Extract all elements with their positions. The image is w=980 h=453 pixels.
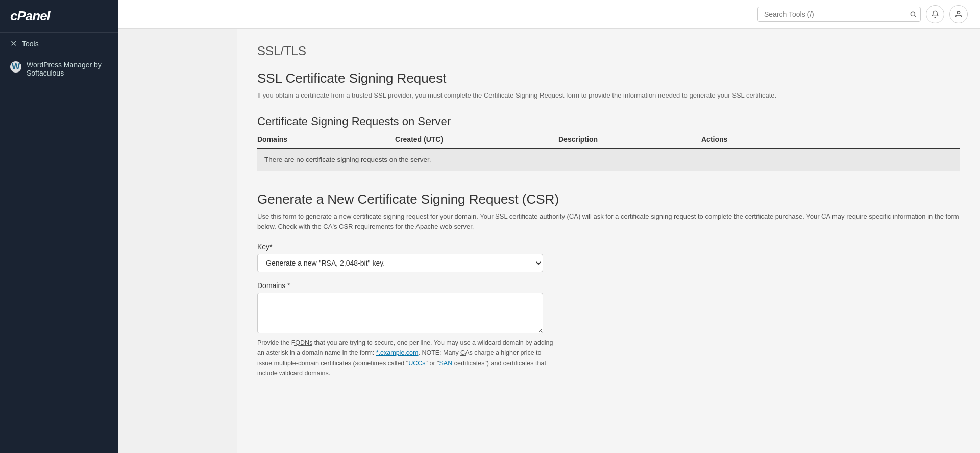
logo-area: cPanel bbox=[0, 0, 118, 33]
wordpress-icon: W bbox=[10, 61, 21, 73]
sidebar-item-tools-label: Tools bbox=[22, 40, 39, 48]
col-domains: Domains bbox=[257, 135, 395, 144]
search-wrapper bbox=[757, 7, 921, 22]
san-link[interactable]: SAN bbox=[439, 360, 453, 367]
cpanel-logo: cPanel bbox=[10, 8, 108, 24]
user-icon bbox=[954, 10, 963, 18]
sidebar: cPanel ✕ Tools W WordPress Manager by So… bbox=[0, 0, 118, 453]
table-header: Domains Created (UTC) Description Action… bbox=[257, 135, 960, 149]
domains-label: Domains * bbox=[257, 281, 960, 290]
sidebar-item-wordpress-label: WordPress Manager by Softaculous bbox=[27, 61, 108, 77]
user-menu-button[interactable] bbox=[949, 5, 968, 23]
cas-abbr: CAs bbox=[460, 349, 473, 356]
svg-point-2 bbox=[957, 11, 960, 14]
key-select[interactable]: Generate a new "RSA, 2,048-bit" key. Gen… bbox=[257, 254, 543, 272]
sidebar-item-wordpress-manager[interactable]: W WordPress Manager by Softaculous bbox=[0, 55, 118, 83]
csr-subtitle: If you obtain a certificate from a trust… bbox=[257, 90, 960, 101]
uccs-link[interactable]: UCCs bbox=[408, 360, 425, 367]
key-label: Key* bbox=[257, 243, 960, 251]
page-title: SSL/TLS bbox=[257, 44, 960, 58]
sidebar-item-tools[interactable]: ✕ Tools bbox=[0, 33, 118, 55]
main-content: SSL/TLS SSL Certificate Signing Request … bbox=[237, 29, 980, 453]
fqdns-abbr: FQDNs bbox=[291, 339, 313, 346]
search-input[interactable] bbox=[757, 7, 921, 22]
table-heading: Certificate Signing Requests on Server bbox=[257, 115, 960, 128]
csr-heading: SSL Certificate Signing Request bbox=[257, 70, 960, 86]
bell-icon bbox=[931, 10, 939, 18]
domains-hint: Provide the FQDNs that you are trying to… bbox=[257, 338, 553, 378]
domains-textarea[interactable] bbox=[257, 293, 543, 333]
table-empty-message: There are no certificate signing request… bbox=[257, 149, 960, 171]
csr-section: SSL Certificate Signing Request If you o… bbox=[257, 70, 960, 171]
tools-icon: ✕ bbox=[10, 39, 17, 49]
generate-description: Use this form to generate a new certific… bbox=[257, 211, 960, 233]
svg-line-1 bbox=[915, 15, 916, 17]
generate-section: Generate a New Certificate Signing Reque… bbox=[257, 192, 960, 379]
col-description: Description bbox=[558, 135, 701, 144]
notifications-button[interactable] bbox=[926, 5, 944, 23]
col-created: Created (UTC) bbox=[395, 135, 558, 144]
generate-heading: Generate a New Certificate Signing Reque… bbox=[257, 192, 960, 207]
search-button[interactable] bbox=[910, 11, 917, 18]
search-icon bbox=[910, 11, 917, 18]
header bbox=[118, 0, 980, 29]
key-form-group: Key* Generate a new "RSA, 2,048-bit" key… bbox=[257, 243, 960, 272]
col-actions: Actions bbox=[701, 135, 960, 144]
svg-point-0 bbox=[911, 12, 915, 16]
example-domain: *.example.com bbox=[376, 349, 419, 356]
domains-form-group: Domains * Provide the FQDNs that you are… bbox=[257, 281, 960, 378]
